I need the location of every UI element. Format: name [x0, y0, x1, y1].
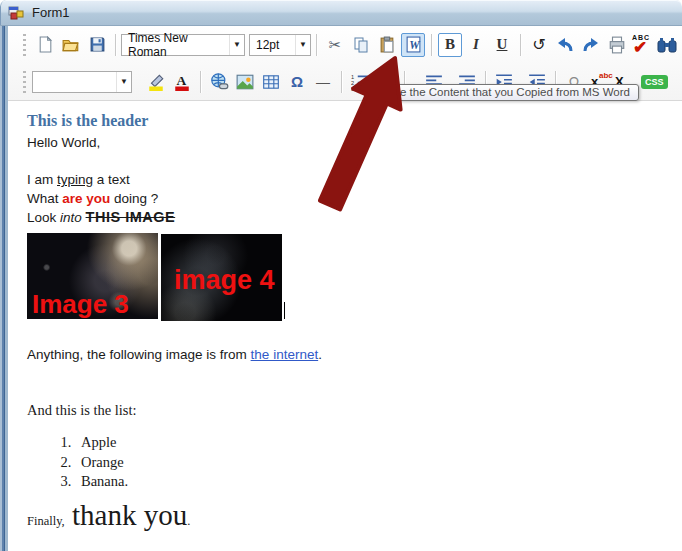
- spellcheck-button[interactable]: ABC ✔: [630, 33, 654, 57]
- image3-label: Image 3: [32, 290, 129, 318]
- chevron-down-icon[interactable]: ▼: [116, 72, 131, 92]
- globe-link-icon: [210, 72, 229, 91]
- form-window: Form1 Times New Roman ▼ 12pt ▼: [0, 0, 682, 551]
- separator: [520, 34, 521, 56]
- new-document-button[interactable]: [33, 33, 57, 57]
- separator: [115, 34, 116, 56]
- window-title: Form1: [32, 5, 70, 20]
- title-bar[interactable]: Form1: [0, 0, 682, 26]
- separator: [341, 71, 342, 93]
- save-button[interactable]: [85, 33, 109, 57]
- strikethrough-text: THIS IMAGE: [86, 209, 176, 225]
- bold-icon: B: [445, 36, 455, 53]
- refresh-icon: ↺: [532, 35, 545, 54]
- separator: [200, 71, 201, 93]
- text-run: a text: [93, 172, 130, 187]
- cut-icon: ✂: [329, 36, 342, 54]
- editor-image-row: Image 3 image 4: [27, 233, 682, 321]
- save-icon: [89, 36, 106, 53]
- editor-line-anything: Anything, the following image is from th…: [27, 345, 682, 364]
- red-bold-text: are you: [62, 191, 110, 206]
- font-name-combo[interactable]: Times New Roman ▼: [121, 34, 245, 56]
- table-icon: [262, 73, 280, 91]
- picture-icon: [236, 73, 254, 91]
- print-button[interactable]: [605, 33, 629, 57]
- highlighter-icon: [147, 73, 165, 91]
- horizontal-rule-button[interactable]: —: [311, 70, 335, 94]
- fruit-list: Apple Orange Banana.: [27, 433, 682, 492]
- style-combo[interactable]: ▼: [32, 71, 132, 93]
- font-name-value: Times New Roman: [128, 31, 229, 59]
- internet-link[interactable]: the internet: [251, 347, 319, 362]
- undo-icon: [555, 35, 575, 55]
- finally-small-text: Finally,: [27, 514, 65, 528]
- editor-line-what: What are you doing ?: [27, 189, 682, 208]
- special-char-button[interactable]: Ω: [285, 70, 309, 94]
- paste-icon: [379, 36, 396, 53]
- redo-button[interactable]: [579, 33, 603, 57]
- svg-text:2: 2: [351, 79, 354, 85]
- form-icon: [8, 5, 24, 21]
- hyperlink-button[interactable]: [207, 70, 231, 94]
- text-run: Anything, the following image is from: [27, 347, 251, 362]
- text-run: doing ?: [110, 191, 158, 206]
- highlight-button[interactable]: [144, 70, 168, 94]
- toolbar-row-1: Times New Roman ▼ 12pt ▼ ✂ W B: [8, 26, 682, 63]
- image4-label: image 4: [174, 266, 275, 295]
- editor-heading: This is the header: [27, 111, 682, 131]
- italic-icon: I: [473, 36, 479, 53]
- undo-button[interactable]: [553, 33, 577, 57]
- bold-button[interactable]: B: [438, 33, 462, 57]
- text-run: I am: [27, 172, 57, 187]
- copy-icon: [353, 37, 369, 53]
- css-button[interactable]: CSS: [641, 75, 668, 89]
- numbered-list-icon: 123: [351, 73, 369, 91]
- editor-list-intro: And this is the list:: [27, 401, 682, 420]
- text-run: Look: [27, 210, 60, 225]
- svg-text:W: W: [409, 39, 421, 52]
- text-run: .: [318, 347, 322, 362]
- italic-button[interactable]: I: [464, 33, 488, 57]
- insert-table-button[interactable]: [259, 70, 283, 94]
- font-color-icon: A: [173, 73, 191, 91]
- embedded-image-4[interactable]: image 4: [161, 234, 282, 321]
- toolbar-grip[interactable]: [22, 34, 27, 56]
- font-color-button[interactable]: A: [170, 70, 194, 94]
- underline-button[interactable]: U: [490, 33, 514, 57]
- open-file-button[interactable]: [59, 33, 83, 57]
- list-item: Orange: [75, 453, 682, 473]
- chevron-down-icon[interactable]: ▼: [229, 35, 244, 55]
- embedded-image-3[interactable]: Image 3: [27, 233, 158, 319]
- separator: [431, 34, 432, 56]
- cut-button[interactable]: ✂: [323, 33, 347, 57]
- hline-icon: —: [316, 74, 330, 90]
- print-icon: [608, 36, 626, 54]
- tooltip: Paste the Content that you Copied from M…: [368, 84, 639, 101]
- spellcheck-check-icon: ✔: [633, 37, 647, 58]
- redo-icon: [581, 35, 601, 55]
- underline-icon: U: [497, 36, 508, 53]
- open-folder-icon: [62, 36, 80, 54]
- paste-button[interactable]: [375, 33, 399, 57]
- text-run: .: [187, 514, 190, 528]
- richtext-editor[interactable]: This is the header Hello World, I am typ…: [8, 100, 682, 551]
- text-caret: [284, 302, 285, 319]
- text-run: What: [27, 191, 62, 206]
- chevron-down-icon[interactable]: ▼: [295, 35, 310, 55]
- toolbar-grip[interactable]: [22, 71, 27, 93]
- svg-text:1: 1: [351, 73, 354, 79]
- font-size-value: 12pt: [256, 38, 279, 52]
- binoculars-icon: [657, 35, 677, 55]
- font-size-combo[interactable]: 12pt ▼: [249, 34, 311, 56]
- list-item: Apple: [75, 433, 682, 453]
- editor-line-finally: Finally, thank you.: [27, 506, 682, 531]
- copy-button[interactable]: [349, 33, 373, 57]
- editor-line-typing: I am typing a text: [27, 170, 682, 189]
- tooltip-text: Paste the Content that you Copied from M…: [377, 86, 630, 98]
- refresh-button[interactable]: ↺: [527, 33, 551, 57]
- find-button[interactable]: [655, 33, 679, 57]
- insert-image-button[interactable]: [233, 70, 257, 94]
- css-badge-label: CSS: [645, 77, 664, 87]
- editor-line-hello: Hello World,: [27, 133, 682, 152]
- paste-from-word-button[interactable]: W: [401, 33, 425, 57]
